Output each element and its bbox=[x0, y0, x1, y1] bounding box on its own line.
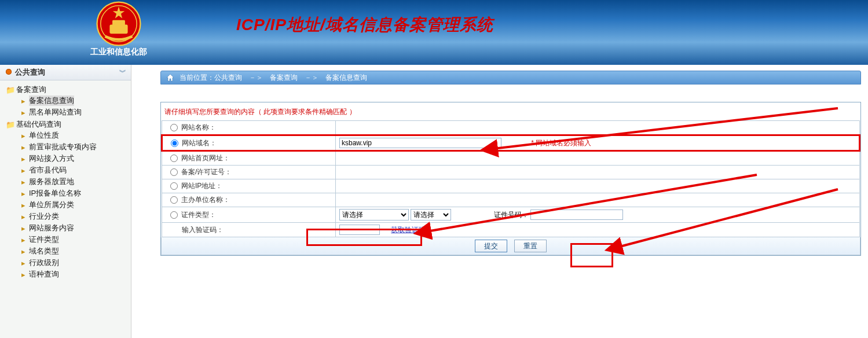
sidebar-item-label: 单位所属分类 bbox=[29, 200, 74, 210]
document-icon: ▸ bbox=[19, 108, 28, 117]
label-site-domain: 网站域名： bbox=[182, 139, 217, 147]
breadcrumb-sep-0: －＞ bbox=[249, 73, 263, 83]
sidebar-group-label: 备案查询 bbox=[16, 84, 46, 95]
sidebar-item-label: 域名类型 bbox=[29, 246, 59, 256]
document-icon: ▸ bbox=[19, 97, 28, 105]
sidebar-group-label: 基础代码查询 bbox=[16, 119, 61, 130]
sidebar-item-label: 网站服务内容 bbox=[29, 223, 74, 233]
sidebar-item-label: 行业分类 bbox=[29, 211, 59, 222]
breadcrumb-item-1[interactable]: 备案查询 bbox=[270, 73, 298, 83]
document-icon: ▸ bbox=[19, 189, 28, 198]
label-record-no: 备案/许可证号： bbox=[181, 168, 232, 176]
sidebar-heading: 公共查询 bbox=[15, 68, 45, 76]
label-cert-type: 证件类型： bbox=[181, 211, 216, 219]
sidebar-item[interactable]: ▸单位性质 bbox=[19, 130, 131, 141]
sidebar-item-label: 语种查询 bbox=[29, 269, 59, 280]
sidebar-item[interactable]: ▸域名类型 bbox=[19, 245, 131, 257]
document-icon: ▸ bbox=[19, 131, 28, 140]
label-cert-no: 证件号码： bbox=[494, 211, 529, 219]
sidebar-item[interactable]: ▸网站服务内容 bbox=[19, 222, 131, 234]
bullet-icon bbox=[6, 69, 12, 75]
document-icon: ▸ bbox=[19, 224, 28, 233]
svg-rect-3 bbox=[109, 25, 127, 34]
breadcrumb-item-2[interactable]: 备案信息查询 bbox=[325, 73, 367, 83]
document-icon: ▸ bbox=[19, 178, 28, 186]
breadcrumb-sep-1: －＞ bbox=[305, 73, 318, 83]
breadcrumb-item-0[interactable]: 公共查询 bbox=[214, 73, 242, 83]
main-content: 当前位置： 公共查询 －＞ 备案查询 －＞ 备案信息查询 请仔细填写您所要查询的… bbox=[131, 65, 868, 338]
sidebar-item[interactable]: ▸前置审批或专项内容 bbox=[19, 141, 131, 153]
label-site-homepage: 网站首页网址： bbox=[181, 154, 230, 162]
document-icon: ▸ bbox=[19, 270, 28, 279]
label-site-ip: 网站IP地址： bbox=[181, 182, 222, 190]
sidebar-item-label: 省市县代码 bbox=[29, 165, 67, 175]
sidebar-header[interactable]: 公共查询 ︾ bbox=[0, 65, 131, 80]
sidebar-item[interactable]: ▸证件类型 bbox=[19, 234, 131, 245]
label-sponsor-name: 主办单位名称： bbox=[181, 196, 230, 204]
sidebar-group[interactable]: 📁备案查询▸备案信息查询▸黑名单网站查询 bbox=[3, 84, 131, 119]
sidebar-item-label: 服务器放置地 bbox=[29, 177, 74, 187]
national-emblem-icon bbox=[96, 1, 141, 46]
breadcrumb: 当前位置： 公共查询 －＞ 备案查询 －＞ 备案信息查询 bbox=[160, 71, 861, 84]
query-form: 请仔细填写您所要查询的内容（ 此项查询要求条件精确匹配 ） 网站名称： 网站域名… bbox=[160, 102, 861, 256]
radio-site-homepage[interactable] bbox=[170, 155, 178, 162]
label-captcha: 输入验证码： bbox=[182, 226, 224, 234]
chevron-down-icon: ︾ bbox=[119, 68, 125, 78]
radio-site-ip[interactable] bbox=[170, 182, 178, 190]
radio-site-name[interactable] bbox=[170, 124, 178, 131]
sidebar-item-label: 前置审批或专项内容 bbox=[29, 142, 97, 152]
sidebar-item-label: 网站接入方式 bbox=[29, 153, 74, 164]
submit-button[interactable]: 提交 bbox=[475, 240, 507, 252]
input-cert-no[interactable] bbox=[530, 210, 623, 220]
radio-record-no[interactable] bbox=[170, 168, 178, 176]
sidebar-item-label: 备案信息查询 bbox=[29, 95, 74, 106]
sidebar-item-label: 证件类型 bbox=[29, 234, 59, 245]
system-title: ICP/IP地址/域名信息备案管理系统 bbox=[236, 14, 493, 36]
sidebar-item-label: 单位性质 bbox=[29, 130, 59, 141]
national-emblem-block: 工业和信息化部 bbox=[90, 0, 148, 57]
ministry-name: 工业和信息化部 bbox=[90, 47, 148, 57]
document-icon: ▸ bbox=[19, 212, 28, 221]
breadcrumb-prefix: 当前位置： bbox=[180, 73, 214, 83]
sidebar-item[interactable]: ▸黑名单网站查询 bbox=[19, 106, 131, 118]
link-get-captcha[interactable]: 获取验证码 bbox=[391, 226, 426, 234]
document-icon: ▸ bbox=[19, 143, 28, 152]
sidebar-item-label: IP报备单位名称 bbox=[29, 188, 81, 199]
sidebar-item[interactable]: ▸语种查询 bbox=[19, 269, 131, 280]
document-icon: ▸ bbox=[19, 236, 28, 244]
sidebar-item-label: 行政级别 bbox=[29, 258, 59, 268]
folder-icon: 📁 bbox=[6, 86, 15, 94]
form-note: 请仔细填写您所要查询的内容（ 此项查询要求条件精确匹配 ） bbox=[161, 102, 860, 120]
document-icon: ▸ bbox=[19, 166, 28, 175]
app-header: 工业和信息化部 ICP/IP地址/域名信息备案管理系统 bbox=[0, 0, 868, 65]
sidebar-item[interactable]: ▸单位所属分类 bbox=[19, 199, 131, 211]
sidebar-item[interactable]: ▸省市县代码 bbox=[19, 164, 131, 176]
sidebar-tree: 📁备案查询▸备案信息查询▸黑名单网站查询📁基础代码查询▸单位性质▸前置审批或专项… bbox=[0, 80, 131, 281]
home-icon bbox=[166, 73, 175, 82]
sidebar-item[interactable]: ▸行业分类 bbox=[19, 211, 131, 222]
document-icon: ▸ bbox=[19, 201, 28, 210]
button-row: 提交 重置 bbox=[161, 237, 860, 255]
radio-sponsor-name[interactable] bbox=[170, 196, 178, 204]
input-captcha[interactable] bbox=[339, 225, 380, 235]
sidebar-item[interactable]: ▸网站接入方式 bbox=[19, 153, 131, 164]
sidebar-item[interactable]: ▸行政级别 bbox=[19, 257, 131, 269]
select-cert-type-2[interactable]: 请选择 bbox=[411, 209, 451, 221]
document-icon: ▸ bbox=[19, 259, 28, 267]
folder-icon: 📁 bbox=[6, 120, 15, 129]
domain-required-msg: * 网站域名必须输入 bbox=[531, 139, 591, 147]
sidebar: 公共查询 ︾ 📁备案查询▸备案信息查询▸黑名单网站查询📁基础代码查询▸单位性质▸… bbox=[0, 65, 131, 338]
document-icon: ▸ bbox=[19, 247, 28, 256]
sidebar-item[interactable]: ▸服务器放置地 bbox=[19, 176, 131, 188]
label-site-name: 网站名称： bbox=[181, 123, 216, 131]
input-site-domain[interactable] bbox=[339, 138, 501, 148]
reset-button[interactable]: 重置 bbox=[514, 240, 547, 252]
select-cert-type-1[interactable]: 请选择 bbox=[339, 209, 409, 221]
radio-cert-type[interactable] bbox=[170, 211, 178, 219]
radio-site-domain[interactable] bbox=[171, 139, 178, 147]
document-icon: ▸ bbox=[19, 155, 28, 163]
sidebar-group[interactable]: 📁基础代码查询▸单位性质▸前置审批或专项内容▸网站接入方式▸省市县代码▸服务器放… bbox=[3, 119, 131, 281]
sidebar-item[interactable]: ▸IP报备单位名称 bbox=[19, 188, 131, 199]
sidebar-item[interactable]: ▸备案信息查询 bbox=[19, 95, 131, 106]
sidebar-item-label: 黑名单网站查询 bbox=[29, 107, 82, 117]
